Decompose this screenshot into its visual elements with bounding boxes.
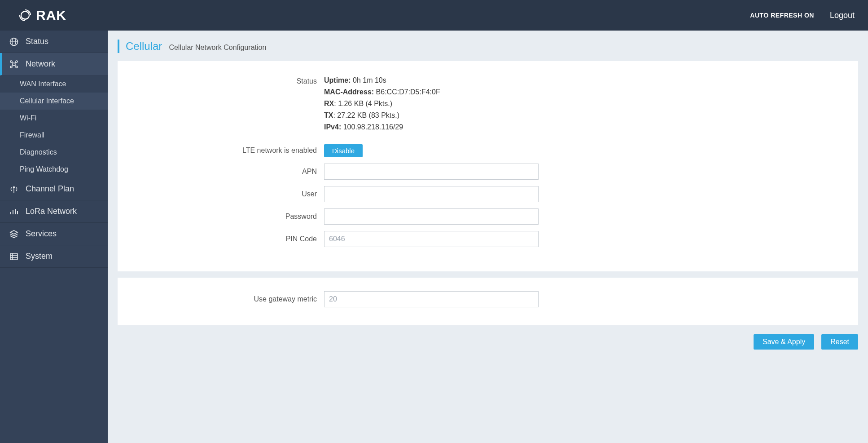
mac-key: MAC-Address:: [324, 88, 374, 96]
apn-input[interactable]: [324, 164, 539, 180]
sidebar-subitems-network: WAN Interface Cellular Interface Wi-Fi F…: [0, 75, 108, 178]
svg-line-9: [12, 62, 13, 63]
ipv4-key: IPv4:: [324, 123, 341, 131]
bars-icon: [9, 207, 19, 216]
uptime-key: Uptime:: [324, 76, 351, 84]
pin-label: PIN Code: [131, 232, 324, 246]
svg-point-0: [21, 11, 29, 19]
reset-button[interactable]: Reset: [821, 334, 858, 350]
sidebar-sub-cellular-interface[interactable]: Cellular Interface: [0, 93, 108, 110]
sidebar-sub-label: Diagnostics: [20, 148, 57, 156]
antenna-icon: [9, 185, 19, 194]
grid-icon: [9, 252, 19, 261]
sidebar-item-system[interactable]: System: [0, 245, 108, 268]
tx-key: TX: [324, 111, 333, 119]
pin-input[interactable]: [324, 231, 539, 247]
svg-point-7: [10, 66, 12, 68]
save-apply-button[interactable]: Save & Apply: [754, 334, 814, 350]
sidebar-sub-label: Wi-Fi: [20, 114, 36, 122]
auto-refresh-toggle[interactable]: AUTO REFRESH ON: [750, 12, 814, 19]
svg-marker-19: [10, 230, 18, 234]
sidebar-item-services[interactable]: Services: [0, 223, 108, 245]
sidebar-item-status[interactable]: Status: [0, 31, 108, 53]
page-title-bar: Cellular Cellular Network Configuration: [118, 40, 858, 53]
sidebar-item-label: Channel Plan: [26, 184, 74, 194]
sidebar-item-label: System: [26, 252, 53, 261]
main-content: Cellular Cellular Network Configuration …: [108, 31, 868, 443]
gateway-metric-input[interactable]: [324, 291, 539, 307]
stack-icon: [9, 230, 19, 239]
sidebar-item-channel-plan[interactable]: Channel Plan: [0, 178, 108, 200]
sidebar-item-label: Network: [26, 59, 55, 69]
globe-icon: [9, 37, 19, 46]
svg-point-6: [16, 61, 18, 62]
brand-text: RAK: [36, 8, 66, 23]
uptime-value: 0h 1m 10s: [353, 76, 386, 84]
mac-value: B6:CC:D7:D5:F4:0F: [376, 88, 440, 96]
password-input[interactable]: [324, 208, 539, 225]
sidebar-sub-label: Ping Watchdog: [20, 165, 68, 173]
brand-logo: RAK: [18, 8, 66, 23]
apn-label: APN: [131, 165, 324, 178]
rx-key: RX: [324, 100, 334, 107]
svg-point-4: [13, 63, 15, 66]
form-actions: Save & Apply Reset: [118, 332, 858, 350]
ipv4-value: 100.98.218.116/29: [343, 123, 403, 131]
sidebar-sub-firewall[interactable]: Firewall: [0, 127, 108, 144]
rx-value: : 1.26 KB (4 Pkts.): [334, 100, 392, 107]
sidebar-item-lora-network[interactable]: LoRa Network: [0, 200, 108, 223]
svg-line-10: [15, 62, 16, 63]
network-icon: [9, 60, 19, 69]
sidebar-item-label: Status: [26, 37, 48, 46]
sidebar-item-label: Services: [26, 229, 57, 239]
lte-enabled-label: LTE network is enabled: [131, 144, 324, 157]
gateway-metric-label: Use gateway metric: [131, 292, 324, 306]
svg-line-12: [15, 65, 16, 66]
header: RAK AUTO REFRESH ON Logout: [0, 0, 868, 31]
sidebar-sub-wifi[interactable]: Wi-Fi: [0, 110, 108, 127]
sidebar-sub-label: Cellular Interface: [20, 97, 74, 105]
password-label: Password: [131, 210, 324, 223]
sidebar-item-label: LoRa Network: [26, 207, 77, 216]
disable-lte-button[interactable]: Disable: [324, 144, 363, 157]
cellular-config-card: Status Uptime: 0h 1m 10s MAC-Address: B6…: [118, 61, 858, 271]
sidebar: Status Network WAN Interface Cellular In…: [0, 31, 108, 443]
header-right: AUTO REFRESH ON Logout: [750, 11, 855, 20]
page-subtitle: Cellular Network Configuration: [169, 41, 266, 54]
svg-rect-20: [10, 253, 18, 260]
page-title: Cellular: [126, 40, 162, 53]
sidebar-sub-ping-watchdog[interactable]: Ping Watchdog: [0, 161, 108, 178]
svg-line-11: [12, 65, 13, 66]
user-label: User: [131, 187, 324, 201]
sidebar-item-network[interactable]: Network: [0, 53, 108, 75]
user-input[interactable]: [324, 186, 539, 202]
gateway-metric-card: Use gateway metric: [118, 278, 858, 325]
svg-point-8: [16, 66, 18, 68]
logout-link[interactable]: Logout: [830, 11, 855, 20]
svg-point-5: [10, 61, 12, 62]
sidebar-sub-label: Firewall: [20, 131, 44, 139]
sidebar-sub-wan-interface[interactable]: WAN Interface: [0, 75, 108, 93]
status-label: Status: [131, 75, 324, 88]
status-block: Uptime: 0h 1m 10s MAC-Address: B6:CC:D7:…: [324, 75, 539, 133]
sidebar-sub-label: WAN Interface: [20, 80, 66, 88]
brand-logo-icon: [18, 8, 32, 22]
tx-value: : 27.22 KB (83 Pkts.): [333, 111, 399, 119]
svg-point-14: [13, 186, 15, 188]
sidebar-sub-diagnostics[interactable]: Diagnostics: [0, 144, 108, 161]
